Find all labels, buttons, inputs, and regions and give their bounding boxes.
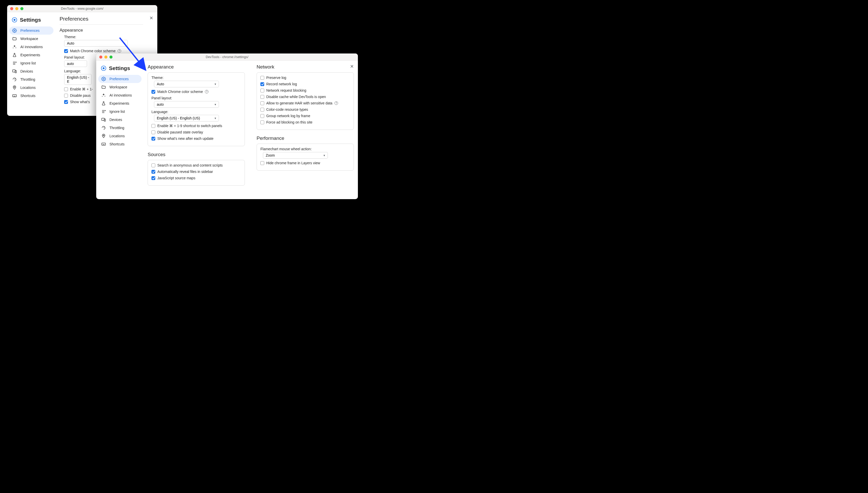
- sidebar-item-label: Ignore list: [20, 61, 36, 65]
- help-icon[interactable]: ?: [334, 101, 338, 105]
- match-chrome-checkbox[interactable]: [64, 49, 68, 53]
- group-frame-checkbox[interactable]: [261, 114, 264, 118]
- auto-reveal-checkbox[interactable]: [152, 170, 155, 174]
- force-adblock-checkbox[interactable]: [261, 121, 264, 124]
- close-icon[interactable]: [10, 7, 13, 10]
- minimize-icon[interactable]: [15, 7, 18, 10]
- svg-rect-30: [102, 143, 106, 145]
- sidebar-item-experiments[interactable]: Experiments: [98, 99, 141, 107]
- har-sensitive-label: Allow to generate HAR with sensitive dat…: [266, 101, 332, 105]
- minimize-icon[interactable]: [104, 56, 107, 59]
- preserve-log-checkbox[interactable]: [261, 76, 264, 80]
- chevron-down-icon: ▼: [214, 117, 217, 120]
- group-frame-label: Group network log by frame: [266, 114, 310, 118]
- sidebar-item-ai-innovations[interactable]: AI innovations: [98, 91, 141, 99]
- devtools-logo-icon: [101, 65, 106, 71]
- svg-point-20: [103, 79, 104, 80]
- zoom-icon[interactable]: [20, 7, 23, 10]
- chevron-down-icon: ▼: [214, 103, 217, 106]
- ignore-icon: [101, 109, 106, 114]
- sidebar-item-ai-innovations[interactable]: AI innovations: [9, 43, 53, 51]
- panel-layout-select[interactable]: auto ▼: [154, 101, 219, 108]
- pin-icon: [12, 85, 17, 90]
- sidebar-item-workspace[interactable]: Workspace: [9, 35, 53, 43]
- svg-rect-12: [13, 95, 17, 97]
- page-title: Preferences: [60, 16, 143, 25]
- sidebar-item-workspace[interactable]: Workspace: [98, 83, 141, 91]
- color-code-checkbox[interactable]: [261, 108, 264, 111]
- req-blocking-checkbox[interactable]: [261, 89, 264, 92]
- disable-paused-label: Disable paused state overlay: [157, 130, 203, 134]
- req-blocking-label: Network request blocking: [266, 88, 306, 92]
- flame-select[interactable]: Zoom ▼: [263, 152, 328, 159]
- record-log-checkbox[interactable]: [261, 82, 264, 86]
- svg-point-19: [103, 67, 104, 69]
- har-sensitive-checkbox[interactable]: [261, 101, 264, 105]
- theme-label: Theme:: [152, 76, 241, 80]
- sidebar-item-shortcuts[interactable]: Shortcuts: [9, 92, 53, 100]
- sidebar-item-devices[interactable]: Devices: [9, 67, 53, 76]
- show-whats-new-checkbox[interactable]: [152, 137, 155, 141]
- close-icon[interactable]: [99, 56, 102, 59]
- enable-shortcut-checkbox[interactable]: [152, 124, 155, 128]
- appearance-title: Appearance: [148, 64, 245, 70]
- sidebar-item-label: Preferences: [20, 28, 40, 33]
- sidebar-header: Settings: [9, 15, 53, 26]
- performance-card: Flamechart mouse wheel action: Zoom ▼ Hi…: [257, 144, 354, 171]
- theme-select[interactable]: Auto ▼: [64, 40, 128, 47]
- sidebar-item-label: Workspace: [20, 37, 38, 41]
- sidebar-item-experiments[interactable]: Experiments: [9, 51, 53, 59]
- sidebar-item-preferences[interactable]: Preferences: [98, 75, 141, 83]
- show-whats-new-checkbox[interactable]: [64, 100, 68, 104]
- theme-select[interactable]: Auto ▼: [154, 81, 219, 87]
- traffic-lights: [96, 56, 112, 59]
- disable-paused-checkbox[interactable]: [152, 130, 155, 134]
- sidebar-item-label: AI innovations: [20, 45, 43, 49]
- close-settings-button[interactable]: ✕: [150, 16, 153, 20]
- sidebar-item-preferences[interactable]: Preferences: [9, 26, 53, 35]
- titlebar: DevTools - chrome://settings/: [96, 53, 358, 61]
- sidebar-item-throttling[interactable]: Throttling: [9, 76, 53, 84]
- appearance-title: Appearance: [60, 28, 153, 33]
- sidebar-item-throttling[interactable]: Throttling: [98, 124, 141, 132]
- appearance-card: Theme: Auto ▼ Match Chrome color scheme …: [148, 72, 245, 146]
- svg-rect-26: [102, 118, 105, 121]
- language-select[interactable]: English (US) - E: [64, 74, 92, 85]
- sparkle-icon: [101, 93, 106, 98]
- settings-content: ✕ Appearance Theme: Auto ▼ Match Chrome …: [143, 61, 358, 199]
- sidebar-item-label: Shortcuts: [109, 142, 125, 146]
- zoom-icon[interactable]: [109, 56, 112, 59]
- sidebar-item-shortcuts[interactable]: Shortcuts: [98, 140, 141, 148]
- hide-chrome-frame-checkbox[interactable]: [261, 161, 264, 165]
- sidebar-item-devices[interactable]: Devices: [98, 115, 141, 124]
- force-adblock-label: Force ad blocking on this site: [266, 120, 312, 124]
- sparkle-icon: [12, 45, 17, 49]
- sidebar-item-locations[interactable]: Locations: [98, 132, 141, 140]
- disable-cache-checkbox[interactable]: [261, 95, 264, 99]
- chevron-down-icon: ▼: [214, 83, 217, 86]
- language-select[interactable]: English (US) - English (US) ▼: [154, 115, 219, 122]
- enable-shortcut-checkbox[interactable]: [64, 87, 68, 91]
- performance-title: Performance: [257, 135, 354, 141]
- settings-title: Settings: [109, 65, 130, 71]
- sidebar-item-ignore-list[interactable]: Ignore list: [98, 107, 141, 115]
- traffic-lights: [7, 7, 23, 10]
- panel-layout-select[interactable]: auto: [64, 60, 87, 67]
- close-settings-button[interactable]: ✕: [350, 64, 354, 69]
- sidebar-item-locations[interactable]: Locations: [9, 84, 53, 92]
- titlebar: DevTools - www.google.com/: [7, 5, 157, 12]
- match-chrome-checkbox[interactable]: [152, 90, 155, 94]
- panel-layout-value: auto: [157, 102, 164, 106]
- theme-label: Theme:: [64, 35, 153, 39]
- js-maps-label: JavaScript source maps: [157, 176, 195, 180]
- help-icon[interactable]: ?: [205, 90, 208, 93]
- devtools-logo-icon: [12, 17, 17, 23]
- chevron-down-icon: ▼: [323, 154, 326, 157]
- search-anon-checkbox[interactable]: [152, 164, 155, 167]
- js-maps-checkbox[interactable]: [152, 176, 155, 180]
- panel-layout-label: Panel layout:: [152, 96, 241, 100]
- disable-paused-checkbox[interactable]: [64, 94, 68, 98]
- sidebar-item-ignore-list[interactable]: Ignore list: [9, 59, 53, 67]
- sources-card: Search in anonymous and content scripts …: [148, 160, 245, 186]
- help-icon[interactable]: ?: [118, 49, 121, 53]
